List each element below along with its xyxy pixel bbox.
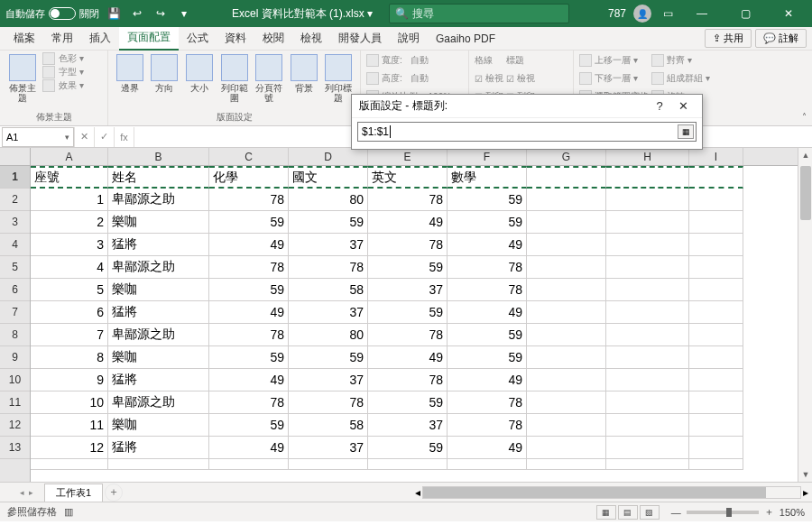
cell[interactable]: 78: [448, 256, 527, 279]
cell[interactable]: [527, 346, 606, 369]
dialog-close-icon[interactable]: ✕: [671, 99, 695, 113]
share-button[interactable]: ⇪ 共用: [705, 29, 752, 48]
print-titles-button[interactable]: 列印標題: [322, 52, 355, 105]
cell[interactable]: 59: [448, 324, 527, 346]
group-button[interactable]: 組成群組 ▾: [651, 70, 710, 87]
cell[interactable]: 78: [448, 279, 527, 301]
cell[interactable]: [527, 234, 606, 256]
cell[interactable]: 78: [368, 369, 448, 391]
cell[interactable]: 數學: [448, 166, 527, 189]
cell[interactable]: 樂咖: [108, 414, 209, 437]
cell[interactable]: [368, 459, 448, 470]
cell[interactable]: 78: [448, 391, 527, 414]
cell[interactable]: 37: [289, 301, 368, 324]
cell[interactable]: [527, 369, 606, 391]
cell[interactable]: 樂咖: [108, 211, 209, 234]
breaks-button[interactable]: 分頁符號: [253, 52, 285, 105]
cell[interactable]: 3: [31, 234, 108, 256]
row-header-9[interactable]: 9: [0, 346, 30, 369]
cell[interactable]: [689, 437, 743, 459]
comments-button[interactable]: 💬 註解: [755, 29, 807, 48]
scroll-up-icon[interactable]: ▲: [798, 148, 812, 162]
cell[interactable]: 37: [289, 369, 368, 391]
col-header-B[interactable]: B: [108, 148, 209, 165]
cell[interactable]: [689, 369, 743, 391]
cell[interactable]: [606, 211, 689, 234]
cell[interactable]: [209, 459, 289, 470]
col-header-A[interactable]: A: [31, 148, 108, 165]
row-header-7[interactable]: 7: [0, 301, 30, 324]
cell[interactable]: 59: [209, 414, 289, 437]
tab-formulas[interactable]: 公式: [179, 27, 217, 51]
cell[interactable]: 37: [289, 234, 368, 256]
scale-height[interactable]: 高度: 自動: [366, 70, 463, 87]
cell[interactable]: 2: [31, 211, 108, 234]
cell[interactable]: [527, 414, 606, 437]
row-header-13[interactable]: 13: [0, 437, 30, 459]
cell[interactable]: 4: [31, 256, 108, 279]
tab-developer[interactable]: 開發人員: [330, 27, 390, 51]
cell[interactable]: 37: [289, 437, 368, 459]
collapse-ribbon-icon[interactable]: ˄: [802, 112, 807, 122]
row-header-3[interactable]: 3: [0, 211, 30, 234]
cell[interactable]: [606, 234, 689, 256]
fx-icon[interactable]: fx: [114, 127, 134, 147]
cell[interactable]: 樂咖: [108, 346, 209, 369]
select-all-corner[interactable]: [0, 148, 30, 166]
cell[interactable]: [689, 211, 743, 234]
collapse-range-icon[interactable]: ▦: [678, 124, 694, 139]
cell[interactable]: 59: [448, 346, 527, 369]
cell[interactable]: 59: [368, 437, 448, 459]
col-header-H[interactable]: H: [606, 148, 689, 165]
cell[interactable]: 78: [368, 234, 448, 256]
row-header-5[interactable]: 5: [0, 256, 30, 279]
zoom-level[interactable]: 150%: [780, 507, 805, 518]
hscroll-right-icon[interactable]: ▸: [803, 486, 808, 499]
row-header-8[interactable]: 8: [0, 324, 30, 346]
sheet-nav-last-icon[interactable]: ▸: [27, 488, 35, 497]
cell[interactable]: [606, 279, 689, 301]
cell[interactable]: 78: [209, 391, 289, 414]
page-break-view-button[interactable]: ▧: [640, 505, 660, 520]
cell[interactable]: 58: [289, 414, 368, 437]
print-area-button[interactable]: 列印範圍: [218, 52, 251, 105]
cell[interactable]: 37: [368, 414, 448, 437]
redo-icon[interactable]: ↪: [152, 5, 170, 23]
cell[interactable]: 7: [31, 324, 108, 346]
col-header-C[interactable]: C: [209, 148, 289, 165]
size-button[interactable]: 大小: [183, 52, 216, 95]
macro-record-icon[interactable]: ▥: [64, 506, 73, 518]
autosave-toggle[interactable]: 自動儲存 關閉: [5, 7, 99, 21]
cell[interactable]: [606, 301, 689, 324]
cell[interactable]: 國文: [289, 166, 368, 189]
file-name[interactable]: Excel 資料比對範本 (1).xlsx ▾: [232, 6, 373, 22]
cell[interactable]: 49: [209, 369, 289, 391]
cell[interactable]: 1: [31, 189, 108, 211]
zoom-in-button[interactable]: ＋: [764, 505, 774, 519]
cell[interactable]: [606, 414, 689, 437]
cell[interactable]: 姓名: [108, 166, 209, 189]
cell[interactable]: 58: [289, 279, 368, 301]
cell[interactable]: 59: [368, 301, 448, 324]
cell[interactable]: 9: [31, 369, 108, 391]
cell[interactable]: [689, 301, 743, 324]
col-header-E[interactable]: E: [368, 148, 448, 165]
col-header-F[interactable]: F: [448, 148, 527, 165]
page-layout-view-button[interactable]: ▤: [618, 505, 638, 520]
cell[interactable]: 12: [31, 437, 108, 459]
cell[interactable]: [689, 279, 743, 301]
tab-home[interactable]: 常用: [43, 27, 81, 51]
cell[interactable]: 59: [448, 211, 527, 234]
cell[interactable]: [527, 279, 606, 301]
cell[interactable]: 78: [368, 189, 448, 211]
cell[interactable]: 49: [448, 437, 527, 459]
cell[interactable]: 59: [368, 256, 448, 279]
zoom-slider[interactable]: [687, 511, 759, 514]
cell[interactable]: 猛將: [108, 301, 209, 324]
cell[interactable]: 卑鄙源之助: [108, 256, 209, 279]
add-sheet-button[interactable]: ＋: [105, 484, 123, 502]
cell[interactable]: 78: [209, 324, 289, 346]
ribbon-display-icon[interactable]: ▭: [659, 5, 677, 23]
tab-insert[interactable]: 插入: [81, 27, 119, 51]
cell[interactable]: [527, 391, 606, 414]
